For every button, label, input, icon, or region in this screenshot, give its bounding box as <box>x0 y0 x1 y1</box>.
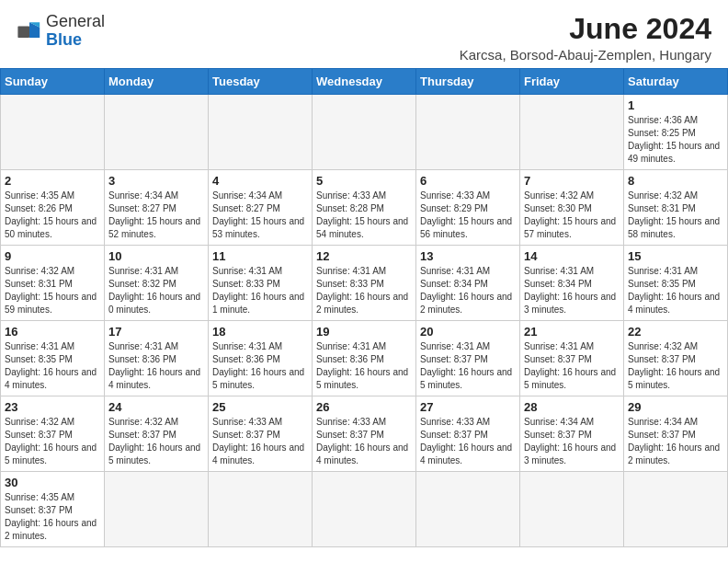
calendar-cell: 8Sunrise: 4:32 AM Sunset: 8:31 PM Daylig… <box>624 170 728 246</box>
day-info: Sunrise: 4:31 AM Sunset: 8:35 PM Dayligh… <box>5 340 100 392</box>
logo: General Blue <box>17 13 105 50</box>
day-info: Sunrise: 4:34 AM Sunset: 8:37 PM Dayligh… <box>628 416 723 467</box>
calendar-cell <box>520 472 624 547</box>
calendar-week-row: 2Sunrise: 4:35 AM Sunset: 8:26 PM Daylig… <box>1 170 728 246</box>
title-area: June 2024 Karcsa, Borsod-Abauj-Zemplen, … <box>460 13 711 63</box>
day-number: 12 <box>316 249 412 263</box>
weekday-header-thursday: Thursday <box>416 69 520 95</box>
day-number: 7 <box>524 174 620 188</box>
day-number: 15 <box>628 249 723 263</box>
calendar-week-row: 9Sunrise: 4:32 AM Sunset: 8:31 PM Daylig… <box>1 246 728 321</box>
calendar-cell: 4Sunrise: 4:34 AM Sunset: 8:27 PM Daylig… <box>209 170 313 246</box>
day-info: Sunrise: 4:33 AM Sunset: 8:37 PM Dayligh… <box>316 416 412 467</box>
day-number: 18 <box>212 325 308 339</box>
calendar-cell: 28Sunrise: 4:34 AM Sunset: 8:37 PM Dayli… <box>520 396 624 472</box>
calendar-cell: 22Sunrise: 4:32 AM Sunset: 8:37 PM Dayli… <box>624 321 728 396</box>
logo-icon <box>17 18 42 44</box>
calendar-cell <box>416 472 520 547</box>
day-info: Sunrise: 4:36 AM Sunset: 8:25 PM Dayligh… <box>628 114 723 166</box>
weekday-header-tuesday: Tuesday <box>209 69 313 95</box>
calendar-cell <box>416 95 520 170</box>
calendar-cell: 25Sunrise: 4:33 AM Sunset: 8:37 PM Dayli… <box>209 396 313 472</box>
day-info: Sunrise: 4:32 AM Sunset: 8:37 PM Dayligh… <box>108 416 204 467</box>
calendar-cell: 13Sunrise: 4:31 AM Sunset: 8:34 PM Dayli… <box>416 246 520 321</box>
day-number: 27 <box>420 400 516 414</box>
calendar-cell: 16Sunrise: 4:31 AM Sunset: 8:35 PM Dayli… <box>1 321 105 396</box>
day-info: Sunrise: 4:33 AM Sunset: 8:37 PM Dayligh… <box>212 416 308 467</box>
calendar-body: 1Sunrise: 4:36 AM Sunset: 8:25 PM Daylig… <box>1 95 728 547</box>
calendar-week-row: 1Sunrise: 4:36 AM Sunset: 8:25 PM Daylig… <box>1 95 728 170</box>
weekday-header-wednesday: Wednesday <box>313 69 416 95</box>
calendar-cell: 3Sunrise: 4:34 AM Sunset: 8:27 PM Daylig… <box>105 170 209 246</box>
day-number: 21 <box>524 325 620 339</box>
day-number: 24 <box>108 400 204 414</box>
calendar-cell: 27Sunrise: 4:33 AM Sunset: 8:37 PM Dayli… <box>416 396 520 472</box>
day-info: Sunrise: 4:33 AM Sunset: 8:28 PM Dayligh… <box>316 190 412 241</box>
calendar-week-row: 30Sunrise: 4:35 AM Sunset: 8:37 PM Dayli… <box>1 472 728 547</box>
day-number: 10 <box>108 249 204 263</box>
calendar-table: SundayMondayTuesdayWednesdayThursdayFrid… <box>0 68 728 547</box>
day-number: 1 <box>628 98 723 112</box>
day-info: Sunrise: 4:34 AM Sunset: 8:27 PM Dayligh… <box>212 190 308 241</box>
day-info: Sunrise: 4:31 AM Sunset: 8:37 PM Dayligh… <box>420 340 516 392</box>
day-info: Sunrise: 4:33 AM Sunset: 8:29 PM Dayligh… <box>420 190 516 241</box>
day-number: 25 <box>212 400 308 414</box>
day-number: 3 <box>108 174 204 188</box>
calendar-cell: 14Sunrise: 4:31 AM Sunset: 8:34 PM Dayli… <box>520 246 624 321</box>
calendar-cell: 15Sunrise: 4:31 AM Sunset: 8:35 PM Dayli… <box>624 246 728 321</box>
calendar-week-row: 23Sunrise: 4:32 AM Sunset: 8:37 PM Dayli… <box>1 396 728 472</box>
day-info: Sunrise: 4:32 AM Sunset: 8:31 PM Dayligh… <box>628 190 723 241</box>
day-info: Sunrise: 4:35 AM Sunset: 8:37 PM Dayligh… <box>5 491 100 543</box>
day-number: 4 <box>212 174 308 188</box>
logo-blue: Blue <box>46 31 105 50</box>
day-info: Sunrise: 4:31 AM Sunset: 8:36 PM Dayligh… <box>212 340 308 392</box>
calendar-cell: 18Sunrise: 4:31 AM Sunset: 8:36 PM Dayli… <box>209 321 313 396</box>
calendar-cell: 9Sunrise: 4:32 AM Sunset: 8:31 PM Daylig… <box>1 246 105 321</box>
calendar-cell <box>1 95 105 170</box>
calendar-cell: 17Sunrise: 4:31 AM Sunset: 8:36 PM Dayli… <box>105 321 209 396</box>
calendar-subtitle: Karcsa, Borsod-Abauj-Zemplen, Hungary <box>460 47 711 63</box>
day-number: 5 <box>316 174 412 188</box>
calendar-cell: 11Sunrise: 4:31 AM Sunset: 8:33 PM Dayli… <box>209 246 313 321</box>
day-info: Sunrise: 4:34 AM Sunset: 8:27 PM Dayligh… <box>108 190 204 241</box>
day-number: 14 <box>524 249 620 263</box>
weekday-header-friday: Friday <box>520 69 624 95</box>
calendar-cell <box>209 95 313 170</box>
calendar-cell: 30Sunrise: 4:35 AM Sunset: 8:37 PM Dayli… <box>1 472 105 547</box>
calendar-cell: 23Sunrise: 4:32 AM Sunset: 8:37 PM Dayli… <box>1 396 105 472</box>
calendar-cell: 21Sunrise: 4:31 AM Sunset: 8:37 PM Dayli… <box>520 321 624 396</box>
calendar-week-row: 16Sunrise: 4:31 AM Sunset: 8:35 PM Dayli… <box>1 321 728 396</box>
calendar-cell <box>624 472 728 547</box>
calendar-cell: 10Sunrise: 4:31 AM Sunset: 8:32 PM Dayli… <box>105 246 209 321</box>
calendar-cell: 2Sunrise: 4:35 AM Sunset: 8:26 PM Daylig… <box>1 170 105 246</box>
calendar-cell <box>105 95 209 170</box>
day-info: Sunrise: 4:31 AM Sunset: 8:36 PM Dayligh… <box>108 340 204 392</box>
weekday-header-sunday: Sunday <box>1 69 105 95</box>
calendar-title: June 2024 <box>460 13 711 45</box>
calendar-cell <box>313 472 416 547</box>
day-info: Sunrise: 4:31 AM Sunset: 8:37 PM Dayligh… <box>524 340 620 392</box>
day-number: 26 <box>316 400 412 414</box>
day-number: 30 <box>5 476 100 489</box>
day-info: Sunrise: 4:32 AM Sunset: 8:37 PM Dayligh… <box>5 416 100 467</box>
day-number: 6 <box>420 174 516 188</box>
calendar-cell: 6Sunrise: 4:33 AM Sunset: 8:29 PM Daylig… <box>416 170 520 246</box>
logo-general: General <box>46 13 105 31</box>
day-info: Sunrise: 4:32 AM Sunset: 8:37 PM Dayligh… <box>628 340 723 392</box>
calendar-cell: 5Sunrise: 4:33 AM Sunset: 8:28 PM Daylig… <box>313 170 416 246</box>
day-info: Sunrise: 4:31 AM Sunset: 8:33 PM Dayligh… <box>212 265 308 316</box>
day-number: 2 <box>5 174 100 188</box>
day-number: 29 <box>628 400 723 414</box>
calendar-cell: 29Sunrise: 4:34 AM Sunset: 8:37 PM Dayli… <box>624 396 728 472</box>
calendar-cell: 12Sunrise: 4:31 AM Sunset: 8:33 PM Dayli… <box>313 246 416 321</box>
day-number: 23 <box>5 400 100 414</box>
calendar-cell: 1Sunrise: 4:36 AM Sunset: 8:25 PM Daylig… <box>624 95 728 170</box>
calendar-cell: 20Sunrise: 4:31 AM Sunset: 8:37 PM Dayli… <box>416 321 520 396</box>
calendar-cell <box>105 472 209 547</box>
calendar-cell: 26Sunrise: 4:33 AM Sunset: 8:37 PM Dayli… <box>313 396 416 472</box>
weekday-header-saturday: Saturday <box>624 69 728 95</box>
day-info: Sunrise: 4:31 AM Sunset: 8:34 PM Dayligh… <box>524 265 620 316</box>
day-info: Sunrise: 4:32 AM Sunset: 8:31 PM Dayligh… <box>5 265 100 316</box>
calendar-header: SundayMondayTuesdayWednesdayThursdayFrid… <box>1 69 728 95</box>
svg-rect-0 <box>17 26 29 38</box>
